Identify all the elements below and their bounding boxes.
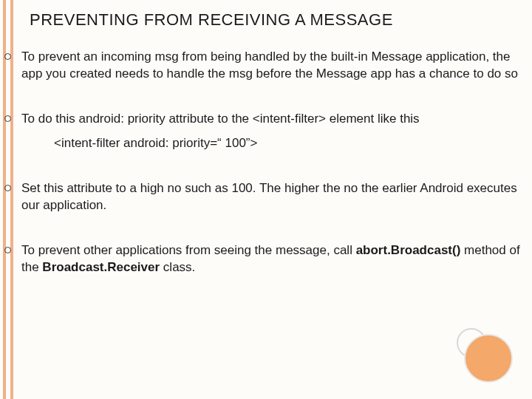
list-item: Set this attribute to a high no such as … [21,180,531,214]
list-item-subline: <intent-filter android: priority=“ 100”> [54,135,531,152]
bullet-icon [4,115,11,122]
list-item: To do this android: priority attribute t… [21,111,531,152]
list-item-text: Set this attribute to a high no such as … [21,180,531,214]
list-item-text: To prevent an incoming msg from being ha… [21,49,531,83]
page-title: PREVENTING FROM RECEIVING A MESSAGE [30,10,393,30]
bullet-icon [4,53,11,60]
bullet-list: To prevent an incoming msg from being ha… [21,49,531,304]
list-item: To prevent an incoming msg from being ha… [21,49,531,83]
bullet-icon [4,185,11,191]
list-item-line: To do this android: priority attribute t… [21,112,420,126]
accent-stripe [3,0,6,399]
list-item-text: To do this android: priority attribute t… [21,111,531,152]
list-item-text: To prevent other applications from seein… [21,242,531,276]
bullet-icon [4,247,11,253]
list-item: To prevent other applications from seein… [21,242,531,276]
accent-stripe [10,0,13,399]
decor-circle-fill [464,334,513,383]
